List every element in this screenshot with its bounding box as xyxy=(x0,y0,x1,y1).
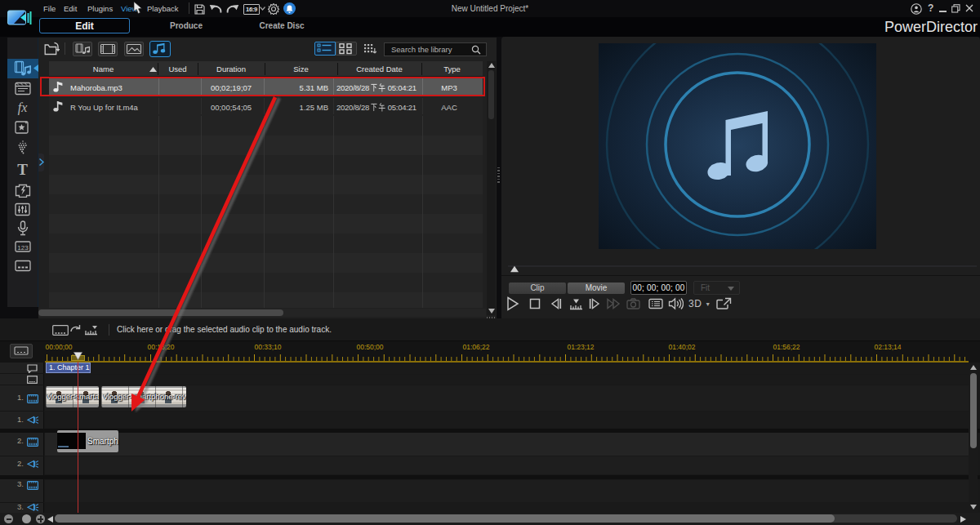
svg-text:123: 123 xyxy=(17,244,29,251)
